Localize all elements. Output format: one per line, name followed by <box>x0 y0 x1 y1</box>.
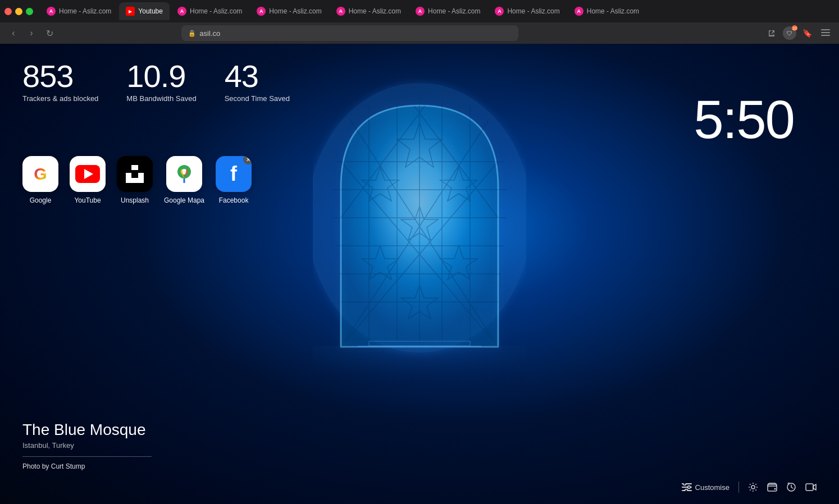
bookmark-button[interactable]: 🔖 <box>801 26 814 40</box>
tab-home2[interactable]: A Home - Asliz.com <box>171 2 249 20</box>
minimize-button[interactable] <box>15 8 22 15</box>
photo-by-label: Photo by <box>22 462 49 470</box>
stat-time: 43 Second Time Saved <box>225 61 290 103</box>
lock-icon: 🔒 <box>188 30 196 37</box>
browser-window: A Home - Asliz.com ▶ Youtube A Home - As… <box>0 0 839 504</box>
youtube-label: YouTube <box>74 196 101 204</box>
svg-rect-2 <box>821 35 830 36</box>
extension-button[interactable]: 🛡 10 <box>783 26 796 40</box>
stats-area: 853 Trackers & ads blocked 10.9 MB Bandw… <box>22 61 290 103</box>
svg-point-38 <box>685 489 687 492</box>
video-button[interactable] <box>805 483 817 491</box>
tab-label-home1: Home - Asliz.com <box>59 7 111 15</box>
reload-button[interactable]: ↻ <box>43 26 56 40</box>
googlemaps-icon <box>173 163 195 185</box>
asliz-favicon-4: A <box>336 7 345 16</box>
customise-label: Customise <box>695 483 729 492</box>
asliz-favicon-5: A <box>416 7 425 16</box>
photo-location: Istanbul, Turkey <box>22 441 152 450</box>
forward-button[interactable]: › <box>25 26 38 40</box>
tab-home6[interactable]: A Home - Asliz.com <box>488 2 566 20</box>
sidebar-toggle[interactable] <box>819 26 832 40</box>
customise-button[interactable]: Customise <box>682 483 729 492</box>
video-icon <box>805 483 817 491</box>
facebook-remove-button[interactable]: ✕ <box>243 156 252 164</box>
tab-label-home2: Home - Asliz.com <box>190 7 242 15</box>
facebook-icon: f <box>230 164 237 184</box>
external-link-button[interactable] <box>765 26 778 40</box>
customise-icon <box>682 483 692 491</box>
address-bar[interactable]: 🔒 asil.co <box>181 25 518 41</box>
settings-button[interactable] <box>748 482 758 492</box>
svg-rect-0 <box>821 29 830 30</box>
shortcut-googlemaps[interactable]: Google Mapa <box>164 156 204 204</box>
wallet-icon <box>767 483 777 492</box>
tab-label-home5: Home - Asliz.com <box>428 7 480 15</box>
youtube-icon <box>75 165 100 183</box>
photographer-name[interactable]: Curt Stump <box>51 462 85 470</box>
mosque-artwork <box>313 77 526 392</box>
tab-home7[interactable]: A Home - Asliz.com <box>568 2 646 20</box>
unsplash-icon <box>126 165 144 183</box>
svg-rect-40 <box>768 484 777 491</box>
address-text: asil.co <box>199 29 220 38</box>
googlemaps-label: Google Mapa <box>164 196 204 204</box>
photo-by: Photo by Curt Stump <box>22 462 152 470</box>
bottom-divider <box>738 482 739 493</box>
asliz-favicon-3: A <box>257 7 266 16</box>
google-icon-wrap: G <box>22 156 58 192</box>
unsplash-label: Unsplash <box>121 196 149 204</box>
tab-label-home6: Home - Asliz.com <box>507 7 559 15</box>
wallet-button[interactable] <box>767 483 777 492</box>
time-number: 43 <box>225 61 290 92</box>
shortcut-youtube[interactable]: YouTube <box>70 156 106 204</box>
svg-point-37 <box>687 486 690 489</box>
tab-home1[interactable]: A Home - Asliz.com <box>40 2 118 20</box>
tab-label-youtube: Youtube <box>138 7 163 15</box>
tab-youtube[interactable]: ▶ Youtube <box>119 2 170 20</box>
tab-home4[interactable]: A Home - Asliz.com <box>330 2 408 20</box>
stat-trackers: 853 Trackers & ads blocked <box>22 61 98 103</box>
svg-rect-30 <box>358 346 481 347</box>
history-icon <box>786 482 796 492</box>
history-button[interactable] <box>786 482 796 492</box>
google-icon: G <box>34 164 47 184</box>
trackers-number: 853 <box>22 61 98 92</box>
facebook-label: Facebook <box>219 196 249 204</box>
asliz-favicon-6: A <box>495 7 504 16</box>
asliz-favicon-7: A <box>574 7 583 16</box>
settings-icon <box>748 482 758 492</box>
extension-badge: 10 <box>792 25 797 31</box>
svg-rect-43 <box>806 484 813 491</box>
window-controls <box>4 8 33 15</box>
tab-label-home4: Home - Asliz.com <box>349 7 401 15</box>
photo-title: The Blue Mosque <box>22 421 152 439</box>
tab-bar: A Home - Asliz.com ▶ Youtube A Home - As… <box>0 0 839 22</box>
shortcut-google[interactable]: G Google <box>22 156 58 204</box>
tab-home3[interactable]: A Home - Asliz.com <box>250 2 328 20</box>
youtube-favicon: ▶ <box>126 7 135 16</box>
svg-rect-28 <box>313 346 526 391</box>
time-label: Second Time Saved <box>225 94 290 103</box>
asliz-favicon: A <box>47 7 56 16</box>
asliz-favicon-2: A <box>177 7 186 16</box>
unsplash-icon-wrap <box>117 156 153 192</box>
close-button[interactable] <box>4 8 12 15</box>
bandwidth-number: 10.9 <box>126 61 196 92</box>
play-icon <box>84 169 93 179</box>
shortcut-facebook[interactable]: ✕ f Facebook <box>216 156 252 204</box>
tab-home5[interactable]: A Home - Asliz.com <box>409 2 487 20</box>
svg-point-36 <box>683 483 686 485</box>
page-content: 853 Trackers & ads blocked 10.9 MB Bandw… <box>0 44 839 504</box>
back-button[interactable]: ‹ <box>7 26 20 40</box>
shortcuts-bar: G Google YouTube <box>22 156 252 204</box>
bandwidth-label: MB Bandwidth Saved <box>126 94 196 103</box>
clock: 5:50 <box>694 89 794 150</box>
svg-point-41 <box>774 488 776 490</box>
maximize-button[interactable] <box>26 8 33 15</box>
google-label: Google <box>30 196 52 204</box>
trackers-label: Trackers & ads blocked <box>22 94 98 103</box>
googlemaps-icon-wrap <box>166 156 202 192</box>
extension-icon: 🛡 <box>787 30 792 36</box>
shortcut-unsplash[interactable]: Unsplash <box>117 156 153 204</box>
